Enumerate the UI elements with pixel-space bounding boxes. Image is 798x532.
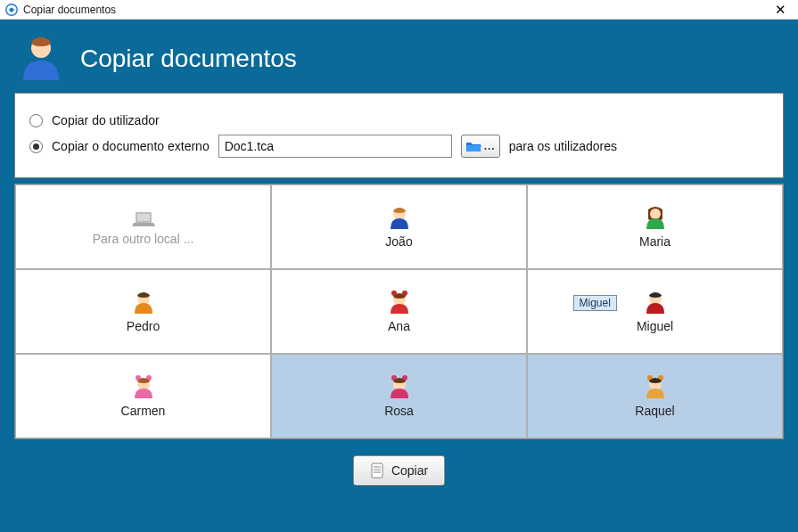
- radio-external[interactable]: [29, 140, 43, 153]
- targets-grid: Para outro local ... João Maria Pedro An…: [14, 184, 784, 439]
- avatar-icon: [643, 375, 668, 400]
- target-user-joao[interactable]: João: [271, 184, 527, 269]
- radio-from-user[interactable]: [29, 114, 43, 127]
- browse-file-button[interactable]: ...: [461, 135, 500, 158]
- external-suffix-label: para os utilizadores: [509, 139, 617, 153]
- page-title: Copiar documentos: [80, 45, 297, 73]
- copy-button[interactable]: Copiar: [353, 455, 445, 486]
- target-other-location[interactable]: Para outro local ...: [15, 184, 271, 269]
- target-user-label: Miguel: [637, 319, 673, 333]
- avatar-icon: [387, 375, 412, 400]
- target-user-ana[interactable]: Ana: [271, 269, 527, 354]
- target-user-label: Rosa: [384, 404, 414, 418]
- copy-button-label: Copiar: [391, 463, 428, 478]
- window-close-button[interactable]: ✕: [768, 2, 793, 18]
- window-title: Copiar documentos: [23, 4, 768, 16]
- footer-actions: Copiar: [14, 439, 784, 486]
- target-user-rosa[interactable]: Rosa: [271, 354, 527, 438]
- target-user-miguel[interactable]: Miguel Miguel: [527, 269, 783, 354]
- option-from-user-label: Copiar do utilizador: [52, 113, 160, 127]
- user-tooltip: Miguel: [573, 295, 617, 311]
- avatar-icon: [387, 291, 412, 315]
- window-titlebar: Copiar documentos ✕: [0, 0, 798, 20]
- avatar-icon: [131, 375, 156, 400]
- target-user-label: Carmen: [121, 404, 166, 418]
- target-user-label: João: [385, 234, 412, 249]
- avatar-icon: [387, 206, 412, 231]
- target-user-carmen[interactable]: Carmen: [15, 354, 271, 438]
- option-external-label: Copiar o documento externo: [52, 139, 210, 153]
- target-user-label: Maria: [639, 234, 670, 249]
- target-user-raquel[interactable]: Raquel: [527, 354, 783, 438]
- folder-icon: [465, 139, 481, 153]
- target-user-label: Ana: [388, 319, 410, 333]
- option-copy-external[interactable]: Copiar o documento externo ... para os u…: [29, 135, 769, 158]
- target-user-pedro[interactable]: Pedro: [15, 269, 271, 354]
- browse-ellipsis-label: ...: [484, 140, 496, 152]
- source-options-panel: Copiar do utilizador Copiar o documento …: [14, 93, 784, 178]
- avatar-icon: [131, 291, 156, 315]
- option-copy-from-user[interactable]: Copiar do utilizador: [29, 113, 769, 127]
- target-other-location-label: Para outro local ...: [93, 232, 194, 246]
- document-icon: [370, 462, 384, 479]
- avatar-icon: [643, 291, 668, 315]
- user-large-icon: [18, 34, 64, 84]
- target-user-maria[interactable]: Maria: [527, 184, 783, 269]
- target-user-label: Pedro: [127, 319, 160, 333]
- laptop-icon: [130, 209, 157, 228]
- page-header: Copiar documentos: [14, 34, 784, 93]
- app-icon: [5, 4, 18, 16]
- content-area: Copiar documentos Copiar do utilizador C…: [0, 20, 798, 532]
- avatar-icon: [643, 206, 668, 231]
- target-user-label: Raquel: [635, 404, 674, 418]
- external-file-input[interactable]: [218, 135, 452, 158]
